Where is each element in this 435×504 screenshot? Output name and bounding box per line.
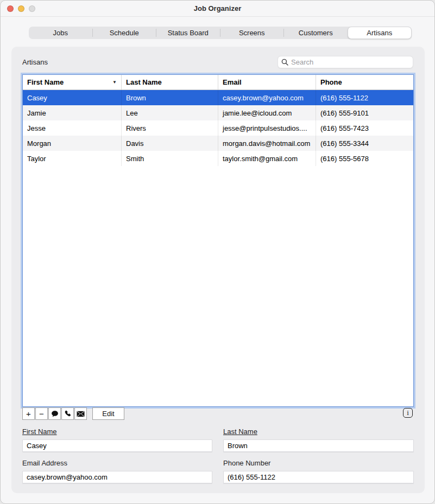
cell-last-name: Brown [122,90,218,105]
column-header-last-name[interactable]: Last Name [122,75,218,90]
column-header-first-name[interactable]: First Name ▼ [23,75,122,90]
cell-phone: (616) 555-9101 [316,105,413,120]
call-button[interactable] [61,407,74,420]
traffic-lights [7,5,35,12]
sort-desc-icon: ▼ [110,80,117,85]
add-icon: + [26,409,31,418]
email-icon [77,411,85,417]
cell-email: morgan.davis@hotmail.com [218,136,316,151]
close-button[interactable] [7,5,14,12]
tab-schedule[interactable]: Schedule [93,27,156,39]
table-row[interactable]: Taylor Smith taylor.smith@gmail.com (616… [23,151,413,166]
email-label: Email Address [22,459,67,467]
last-name-label: Last Name [223,428,257,436]
remove-icon: − [39,409,44,418]
cell-email: jamie.lee@icloud.com [218,105,316,120]
search-input[interactable] [291,58,409,66]
column-label: First Name [27,78,64,86]
zoom-button [29,5,35,12]
cell-last-name: Rivers [122,120,218,136]
column-label: Email [223,78,242,86]
last-name-field[interactable] [223,439,414,452]
column-label: Phone [320,78,342,86]
first-name-label: First Name [22,428,57,436]
minimize-button[interactable] [18,5,24,12]
first-name-group: First Name [22,426,212,452]
title-bar: Job Organizer [1,1,434,17]
tab-jobs[interactable]: Jobs [29,27,92,39]
search-field[interactable] [278,56,413,68]
cell-phone: (616) 555-5678 [316,151,413,166]
cell-last-name: Davis [122,136,218,151]
cell-email: taylor.smith@gmail.com [218,151,316,166]
tab-customers[interactable]: Customers [284,27,348,39]
info-icon: i [407,409,409,417]
add-record-button[interactable]: + [22,407,35,420]
last-name-group: Last Name [223,426,414,452]
tab-artisans[interactable]: Artisans [348,27,412,39]
email-field[interactable] [22,471,212,483]
artisans-table: First Name ▼ Last Name Email Phone Casey… [22,74,414,407]
cell-first-name: Taylor [23,151,122,166]
table-row[interactable]: Jamie Lee jamie.lee@icloud.com (616) 555… [23,105,413,120]
message-button[interactable] [48,407,61,420]
column-header-email[interactable]: Email [218,75,316,90]
phone-field[interactable] [223,471,414,483]
cell-last-name: Smith [122,151,218,166]
search-icon [281,59,288,66]
cell-phone: (616) 555-3344 [316,136,413,151]
cell-first-name: Jamie [23,105,122,120]
table-header: First Name ▼ Last Name Email Phone [23,75,413,90]
phone-label: Phone Number [223,459,270,467]
phone-icon [64,410,71,417]
table-row[interactable]: Jesse Rivers jesse@printpulsestudios....… [23,120,413,136]
page-title: Artisans [22,58,48,66]
info-button[interactable]: i [403,408,413,418]
table-row[interactable]: Casey Brown casey.brown@yahoo.com (616) … [23,90,413,105]
tab-screens[interactable]: Screens [220,27,284,39]
edit-button-label: Edit [102,410,114,418]
cell-phone: (616) 555-1122 [316,90,413,105]
first-name-field[interactable] [22,439,212,452]
cell-phone: (616) 555-7423 [316,120,413,136]
send-email-button[interactable] [74,407,87,420]
tab-status-board[interactable]: Status Board [156,27,220,39]
tab-bar: Jobs Schedule Status Board Screens Custo… [29,27,412,39]
cell-first-name: Jesse [23,120,122,136]
record-toolbar: + − Edit [22,407,124,420]
window-title: Job Organizer [194,4,241,12]
column-header-phone[interactable]: Phone [316,75,413,90]
table-row[interactable]: Morgan Davis morgan.davis@hotmail.com (6… [23,136,413,151]
message-icon [51,410,59,418]
cell-first-name: Morgan [23,136,122,151]
cell-email: jesse@printpulsestudios.... [218,120,316,136]
cell-first-name: Casey [23,90,122,105]
app-window: Job Organizer Jobs Schedule Status Board… [0,0,435,504]
content-panel: Artisans First Name ▼ Last Name Email [11,47,425,493]
phone-group: Phone Number [223,458,414,483]
remove-record-button[interactable]: − [35,407,48,420]
column-label: Last Name [126,78,162,86]
cell-last-name: Lee [122,105,218,120]
email-group: Email Address [22,458,212,483]
cell-email: casey.brown@yahoo.com [218,90,316,105]
edit-button[interactable]: Edit [92,407,124,420]
